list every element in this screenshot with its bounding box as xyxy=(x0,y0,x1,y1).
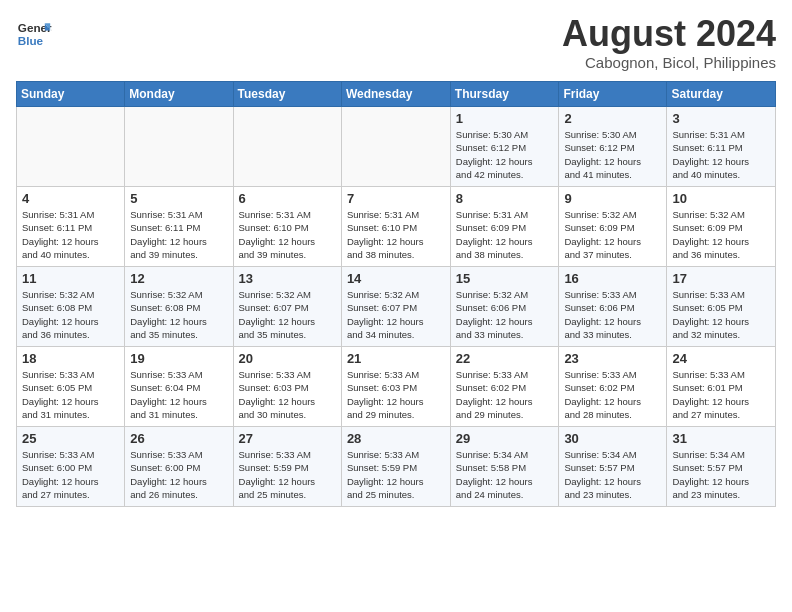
calendar-cell: 17Sunrise: 5:33 AM Sunset: 6:05 PM Dayli… xyxy=(667,267,776,347)
calendar-cell xyxy=(233,107,341,187)
calendar-cell: 16Sunrise: 5:33 AM Sunset: 6:06 PM Dayli… xyxy=(559,267,667,347)
day-info: Sunrise: 5:33 AM Sunset: 6:06 PM Dayligh… xyxy=(564,288,661,341)
day-info: Sunrise: 5:31 AM Sunset: 6:11 PM Dayligh… xyxy=(672,128,770,181)
day-info: Sunrise: 5:33 AM Sunset: 6:03 PM Dayligh… xyxy=(347,368,445,421)
day-number: 14 xyxy=(347,271,445,286)
calendar-cell: 18Sunrise: 5:33 AM Sunset: 6:05 PM Dayli… xyxy=(17,347,125,427)
day-number: 29 xyxy=(456,431,554,446)
svg-text:Blue: Blue xyxy=(18,34,44,47)
day-number: 24 xyxy=(672,351,770,366)
calendar-cell: 6Sunrise: 5:31 AM Sunset: 6:10 PM Daylig… xyxy=(233,187,341,267)
day-number: 15 xyxy=(456,271,554,286)
col-tuesday: Tuesday xyxy=(233,82,341,107)
day-info: Sunrise: 5:33 AM Sunset: 6:00 PM Dayligh… xyxy=(130,448,227,501)
calendar-header: Sunday Monday Tuesday Wednesday Thursday… xyxy=(17,82,776,107)
day-number: 3 xyxy=(672,111,770,126)
day-number: 20 xyxy=(239,351,336,366)
calendar-cell: 21Sunrise: 5:33 AM Sunset: 6:03 PM Dayli… xyxy=(341,347,450,427)
day-info: Sunrise: 5:33 AM Sunset: 6:05 PM Dayligh… xyxy=(672,288,770,341)
day-info: Sunrise: 5:32 AM Sunset: 6:06 PM Dayligh… xyxy=(456,288,554,341)
day-info: Sunrise: 5:33 AM Sunset: 6:04 PM Dayligh… xyxy=(130,368,227,421)
calendar-cell: 19Sunrise: 5:33 AM Sunset: 6:04 PM Dayli… xyxy=(125,347,233,427)
day-info: Sunrise: 5:34 AM Sunset: 5:57 PM Dayligh… xyxy=(564,448,661,501)
day-number: 21 xyxy=(347,351,445,366)
day-info: Sunrise: 5:32 AM Sunset: 6:09 PM Dayligh… xyxy=(564,208,661,261)
day-info: Sunrise: 5:31 AM Sunset: 6:11 PM Dayligh… xyxy=(130,208,227,261)
day-info: Sunrise: 5:33 AM Sunset: 6:03 PM Dayligh… xyxy=(239,368,336,421)
calendar-table: Sunday Monday Tuesday Wednesday Thursday… xyxy=(16,81,776,507)
calendar-row-2: 4Sunrise: 5:31 AM Sunset: 6:11 PM Daylig… xyxy=(17,187,776,267)
day-info: Sunrise: 5:30 AM Sunset: 6:12 PM Dayligh… xyxy=(564,128,661,181)
calendar-cell: 23Sunrise: 5:33 AM Sunset: 6:02 PM Dayli… xyxy=(559,347,667,427)
calendar-row-5: 25Sunrise: 5:33 AM Sunset: 6:00 PM Dayli… xyxy=(17,427,776,507)
col-wednesday: Wednesday xyxy=(341,82,450,107)
day-info: Sunrise: 5:31 AM Sunset: 6:10 PM Dayligh… xyxy=(239,208,336,261)
day-info: Sunrise: 5:33 AM Sunset: 6:02 PM Dayligh… xyxy=(456,368,554,421)
day-number: 31 xyxy=(672,431,770,446)
day-number: 27 xyxy=(239,431,336,446)
day-number: 8 xyxy=(456,191,554,206)
title-block: August 2024 Cabognon, Bicol, Philippines xyxy=(562,16,776,71)
calendar-cell: 20Sunrise: 5:33 AM Sunset: 6:03 PM Dayli… xyxy=(233,347,341,427)
day-number: 26 xyxy=(130,431,227,446)
col-monday: Monday xyxy=(125,82,233,107)
calendar-cell xyxy=(125,107,233,187)
day-info: Sunrise: 5:33 AM Sunset: 6:01 PM Dayligh… xyxy=(672,368,770,421)
calendar-row-1: 1Sunrise: 5:30 AM Sunset: 6:12 PM Daylig… xyxy=(17,107,776,187)
col-saturday: Saturday xyxy=(667,82,776,107)
day-number: 5 xyxy=(130,191,227,206)
day-number: 13 xyxy=(239,271,336,286)
calendar-cell: 25Sunrise: 5:33 AM Sunset: 6:00 PM Dayli… xyxy=(17,427,125,507)
calendar-title: August 2024 xyxy=(562,16,776,52)
day-number: 18 xyxy=(22,351,119,366)
day-number: 12 xyxy=(130,271,227,286)
day-info: Sunrise: 5:33 AM Sunset: 5:59 PM Dayligh… xyxy=(239,448,336,501)
day-number: 17 xyxy=(672,271,770,286)
day-number: 11 xyxy=(22,271,119,286)
day-number: 1 xyxy=(456,111,554,126)
calendar-cell: 24Sunrise: 5:33 AM Sunset: 6:01 PM Dayli… xyxy=(667,347,776,427)
calendar-cell: 27Sunrise: 5:33 AM Sunset: 5:59 PM Dayli… xyxy=(233,427,341,507)
header: General Blue August 2024 Cabognon, Bicol… xyxy=(16,16,776,71)
day-info: Sunrise: 5:34 AM Sunset: 5:58 PM Dayligh… xyxy=(456,448,554,501)
col-sunday: Sunday xyxy=(17,82,125,107)
day-number: 9 xyxy=(564,191,661,206)
col-thursday: Thursday xyxy=(450,82,559,107)
calendar-cell: 3Sunrise: 5:31 AM Sunset: 6:11 PM Daylig… xyxy=(667,107,776,187)
calendar-cell: 14Sunrise: 5:32 AM Sunset: 6:07 PM Dayli… xyxy=(341,267,450,347)
calendar-cell: 9Sunrise: 5:32 AM Sunset: 6:09 PM Daylig… xyxy=(559,187,667,267)
calendar-cell: 22Sunrise: 5:33 AM Sunset: 6:02 PM Dayli… xyxy=(450,347,559,427)
calendar-subtitle: Cabognon, Bicol, Philippines xyxy=(562,54,776,71)
col-friday: Friday xyxy=(559,82,667,107)
day-number: 28 xyxy=(347,431,445,446)
day-info: Sunrise: 5:30 AM Sunset: 6:12 PM Dayligh… xyxy=(456,128,554,181)
calendar-cell: 12Sunrise: 5:32 AM Sunset: 6:08 PM Dayli… xyxy=(125,267,233,347)
day-number: 19 xyxy=(130,351,227,366)
calendar-row-4: 18Sunrise: 5:33 AM Sunset: 6:05 PM Dayli… xyxy=(17,347,776,427)
day-info: Sunrise: 5:32 AM Sunset: 6:07 PM Dayligh… xyxy=(347,288,445,341)
day-number: 22 xyxy=(456,351,554,366)
day-info: Sunrise: 5:32 AM Sunset: 6:08 PM Dayligh… xyxy=(130,288,227,341)
calendar-cell: 10Sunrise: 5:32 AM Sunset: 6:09 PM Dayli… xyxy=(667,187,776,267)
calendar-cell: 2Sunrise: 5:30 AM Sunset: 6:12 PM Daylig… xyxy=(559,107,667,187)
day-info: Sunrise: 5:34 AM Sunset: 5:57 PM Dayligh… xyxy=(672,448,770,501)
calendar-cell: 15Sunrise: 5:32 AM Sunset: 6:06 PM Dayli… xyxy=(450,267,559,347)
day-info: Sunrise: 5:31 AM Sunset: 6:09 PM Dayligh… xyxy=(456,208,554,261)
calendar-cell: 29Sunrise: 5:34 AM Sunset: 5:58 PM Dayli… xyxy=(450,427,559,507)
calendar-row-3: 11Sunrise: 5:32 AM Sunset: 6:08 PM Dayli… xyxy=(17,267,776,347)
logo: General Blue xyxy=(16,16,52,52)
day-info: Sunrise: 5:33 AM Sunset: 6:05 PM Dayligh… xyxy=(22,368,119,421)
day-number: 7 xyxy=(347,191,445,206)
day-number: 25 xyxy=(22,431,119,446)
day-number: 10 xyxy=(672,191,770,206)
day-info: Sunrise: 5:33 AM Sunset: 5:59 PM Dayligh… xyxy=(347,448,445,501)
calendar-cell: 4Sunrise: 5:31 AM Sunset: 6:11 PM Daylig… xyxy=(17,187,125,267)
calendar-cell: 13Sunrise: 5:32 AM Sunset: 6:07 PM Dayli… xyxy=(233,267,341,347)
calendar-cell: 5Sunrise: 5:31 AM Sunset: 6:11 PM Daylig… xyxy=(125,187,233,267)
day-number: 16 xyxy=(564,271,661,286)
day-number: 30 xyxy=(564,431,661,446)
day-number: 4 xyxy=(22,191,119,206)
day-number: 6 xyxy=(239,191,336,206)
day-info: Sunrise: 5:32 AM Sunset: 6:07 PM Dayligh… xyxy=(239,288,336,341)
day-number: 23 xyxy=(564,351,661,366)
